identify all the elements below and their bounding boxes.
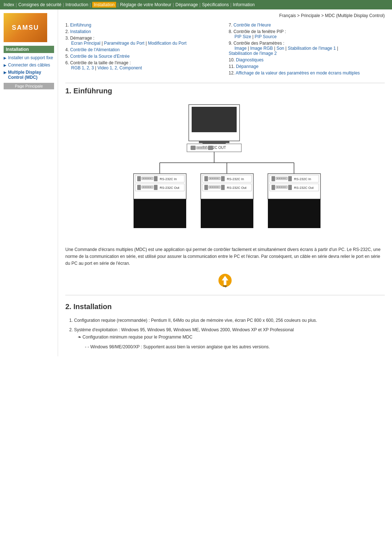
svg-rect-6 bbox=[191, 146, 196, 150]
sidebar-link-mdc[interactable]: ▶ Multiple Display Control (MDC) bbox=[4, 70, 54, 80]
menu-link-diagnostiques[interactable]: Diagnostiques bbox=[236, 57, 264, 62]
svg-point-80 bbox=[281, 187, 282, 188]
menu-link-image[interactable]: Image bbox=[234, 46, 246, 51]
menu-link-pip-size[interactable]: PIP Size bbox=[234, 34, 251, 39]
nav-item-information[interactable]: Information bbox=[233, 2, 255, 7]
svg-point-70 bbox=[281, 178, 282, 179]
menu-link-installation[interactable]: Installation bbox=[70, 29, 91, 34]
svg-rect-40 bbox=[134, 199, 186, 228]
svg-rect-23 bbox=[154, 176, 158, 181]
menu-link-einfuhrung[interactable]: Einführung bbox=[70, 23, 91, 28]
sidebar-link-support[interactable]: ▶ Installer un support fixe bbox=[4, 55, 54, 60]
menu-link-modification[interactable]: Modification du Port bbox=[148, 41, 187, 46]
nav-item-introduction[interactable]: Introduction bbox=[65, 2, 88, 7]
sidebar-section-title: Installation bbox=[4, 46, 54, 53]
menu-link-video[interactable]: Video 1, 2, Component bbox=[98, 65, 142, 70]
svg-point-35 bbox=[145, 187, 146, 188]
menu-link-ecran[interactable]: Ecran Principal bbox=[71, 41, 101, 46]
nav-item-consignes[interactable]: Consignes de sécurité bbox=[18, 2, 61, 7]
menu-link-stab2[interactable]: Stabilisation de l'image 2 bbox=[229, 51, 277, 56]
svg-rect-75 bbox=[271, 185, 275, 190]
svg-point-36 bbox=[147, 187, 148, 188]
sidebar-link-cables[interactable]: ▶ Connecter des câbles bbox=[4, 62, 54, 68]
main-layout: SAMSU Installation ▶ Installer un suppor… bbox=[0, 9, 392, 356]
svg-rect-77 bbox=[288, 185, 292, 190]
arrow-icon: ▶ bbox=[4, 63, 7, 67]
svg-point-50 bbox=[217, 178, 219, 179]
menu-link-heure[interactable]: Contrôle de l'Heure bbox=[233, 23, 271, 28]
svg-point-72 bbox=[285, 178, 286, 179]
svg-point-78 bbox=[277, 187, 278, 188]
svg-rect-8 bbox=[208, 146, 213, 150]
svg-point-57 bbox=[212, 187, 213, 188]
svg-point-10 bbox=[200, 147, 201, 149]
svg-rect-53 bbox=[204, 185, 208, 190]
menu-link-parametrage[interactable]: Paramétrage du Port bbox=[104, 41, 144, 46]
svg-point-11 bbox=[201, 147, 203, 149]
menu-item-5: 5. Contrôle de la Source d'Entrée bbox=[65, 54, 221, 59]
svg-rect-1 bbox=[192, 107, 237, 132]
svg-point-81 bbox=[283, 187, 284, 188]
svg-point-26 bbox=[147, 178, 148, 179]
section1-description: Une Commande d'écrans multiples (MDC) es… bbox=[65, 246, 385, 267]
menu-link-source[interactable]: Contrôle de la Source d'Entrée bbox=[70, 54, 130, 59]
nav-item-index[interactable]: Index bbox=[4, 2, 14, 7]
svg-point-13 bbox=[205, 147, 206, 149]
svg-text:RS-232C In: RS-232C In bbox=[160, 177, 177, 181]
nav-item-installation[interactable]: Installation bbox=[92, 2, 116, 8]
install-sub-sub-item-1: - Windows 98/ME/2000/XP : Supportent aus… bbox=[85, 343, 385, 351]
svg-point-69 bbox=[279, 178, 280, 179]
menu-item-3: 3. Démarrage : Ecran Principal | Paramét… bbox=[65, 36, 221, 46]
svg-text:RS-232C Out: RS-232C Out bbox=[294, 186, 314, 190]
nav-item-reglage[interactable]: Réglage de votre Moniteur bbox=[120, 2, 171, 7]
svg-rect-62 bbox=[201, 199, 253, 228]
svg-point-46 bbox=[210, 178, 211, 179]
menu-link-son[interactable]: Son bbox=[277, 46, 284, 51]
section-divider-2 bbox=[65, 295, 385, 295]
nav-item-specifications[interactable]: Spécifications bbox=[202, 2, 229, 7]
install-sub-sub: - Windows 98/ME/2000/XP : Supportent aus… bbox=[85, 343, 385, 351]
install-sub-item-1: Configuration minimum requise pour le Pr… bbox=[78, 333, 385, 341]
svg-point-60 bbox=[217, 187, 219, 188]
nav-item-depannage[interactable]: Dépannage bbox=[175, 2, 198, 7]
menu-item-10: 10. Diagnostiques bbox=[229, 57, 385, 62]
menu-item-12: 12. Affichage de la valeur des paramètre… bbox=[229, 70, 385, 76]
svg-text:RS-232C In: RS-232C In bbox=[294, 177, 311, 181]
install-item-1: Configuration requise (recommandée) : Pe… bbox=[74, 317, 385, 324]
svg-point-59 bbox=[216, 187, 217, 188]
menu-link-image-rgb[interactable]: Image RGB bbox=[250, 46, 273, 51]
svg-point-71 bbox=[283, 178, 284, 179]
svg-text:RS-232C Out: RS-232C Out bbox=[160, 186, 180, 190]
connection-diagram: RS-232C OUT bbox=[113, 101, 338, 239]
svg-rect-33 bbox=[154, 185, 158, 190]
menu-item-11: 11. Dépannage bbox=[229, 64, 385, 69]
menu-link-rgb[interactable]: RGB 1, 2, 3 bbox=[71, 65, 94, 70]
svg-text:top: top bbox=[223, 285, 227, 288]
svg-rect-84 bbox=[268, 199, 320, 228]
svg-point-79 bbox=[279, 187, 280, 188]
menu-item-2: 2. Installation bbox=[65, 29, 221, 34]
svg-point-58 bbox=[214, 187, 215, 188]
svg-point-56 bbox=[210, 187, 211, 188]
menu-link-depannage[interactable]: Dépannage bbox=[236, 64, 258, 69]
section1-title: 1. Einführung bbox=[65, 87, 385, 95]
menu-item-6: 6. Contrôle de la taille de l'image : RG… bbox=[65, 60, 221, 70]
menu-link-affichage[interactable]: Affichage de la valeur des paramètres en… bbox=[236, 70, 360, 76]
menu-link-stab1[interactable]: Stabilisation de l'image 1 bbox=[288, 46, 336, 51]
menu-item-7: 7. Contrôle de l'Heure bbox=[229, 23, 385, 28]
svg-point-82 bbox=[285, 187, 286, 188]
page-principale-button[interactable]: Page Principale bbox=[4, 83, 54, 89]
svg-rect-65 bbox=[271, 176, 275, 181]
nav-bar: Index | Consignes de sécurité | Introduc… bbox=[0, 0, 392, 9]
svg-point-49 bbox=[216, 178, 217, 179]
menu-col-right: 7. Contrôle de l'Heure 8. Contrôle de la… bbox=[229, 23, 385, 77]
top-icon[interactable]: top bbox=[218, 273, 232, 288]
section-divider-1 bbox=[65, 83, 385, 83]
svg-rect-45 bbox=[221, 176, 225, 181]
menu-link-alimentation[interactable]: Contrôle de l'Alimentation bbox=[70, 47, 119, 52]
svg-text:RS-232C In: RS-232C In bbox=[227, 177, 244, 181]
menu-link-pip-source[interactable]: PIP Source bbox=[255, 34, 277, 39]
section2: 2. Installation Configuration requise (r… bbox=[65, 303, 385, 351]
arrow-icon-active: ▶ bbox=[4, 70, 7, 74]
svg-point-28 bbox=[150, 178, 151, 179]
